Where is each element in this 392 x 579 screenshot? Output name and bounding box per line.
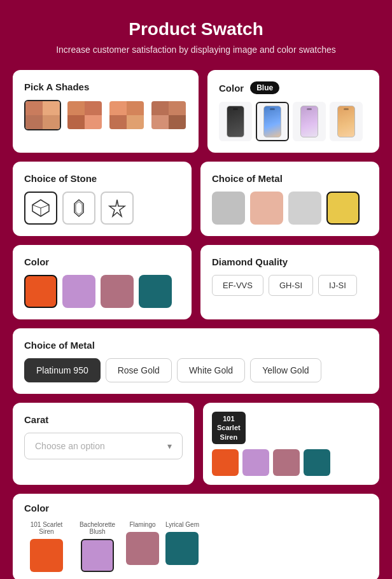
scarlet-badge: 101 Scarlet Siren — [212, 412, 246, 444]
color-phone-header: Color Blue — [219, 81, 368, 94]
metal-swatch-card: Choice of Metal — [200, 162, 379, 236]
metal-color-swatch[interactable] — [326, 192, 360, 225]
scarlet-swatch[interactable] — [273, 449, 300, 476]
color-option-swatch[interactable] — [81, 539, 114, 572]
shades-label: Pick A Shades — [24, 81, 187, 92]
metal-swatch-options — [212, 192, 368, 225]
color-swatch-card: Color — [13, 245, 192, 319]
shade-swatch[interactable] — [108, 100, 145, 130]
color-option-label: Lyrical Gem — [165, 521, 199, 528]
svg-marker-5 — [76, 202, 82, 214]
scarlet-swatches — [212, 449, 370, 476]
shades-card: Pick A Shades — [13, 70, 199, 153]
svg-marker-6 — [109, 200, 125, 216]
color-swatch[interactable] — [62, 275, 95, 308]
row-3: Color Diamond Quality EF-VVSGH-SIIJ-SI — [13, 245, 379, 319]
chevron-down-icon: ▾ — [167, 441, 172, 451]
metal-button[interactable]: Rose Gold — [106, 358, 172, 382]
color-swatch[interactable] — [139, 275, 172, 308]
page-subtitle: Increase customer satisfaction by displa… — [13, 45, 379, 55]
row-5: Carat Choose an option ▾ 101 Scarlet Sir… — [13, 403, 379, 485]
color-option-swatch[interactable] — [165, 532, 199, 565]
row-2: Choice of Stone Choice of Metal — [13, 162, 379, 236]
color-phone-label: Color — [219, 83, 244, 94]
color-bottom-card: Color 101 Scarlet SirenBachelorette Blus… — [13, 494, 379, 579]
metal-button[interactable]: Platinum 950 — [24, 358, 101, 382]
phone-swatch[interactable] — [330, 102, 363, 141]
diamond-quality-option[interactable]: GH-SI — [269, 275, 313, 296]
scarlet-swatch[interactable] — [304, 449, 330, 476]
phone-swatches — [219, 102, 368, 141]
metal-buttons-card: Choice of Metal Platinum 950Rose GoldWhi… — [13, 328, 379, 394]
row-1: Pick A Shades Color Blue — [13, 70, 379, 153]
page-title: Product Swatch — [13, 19, 379, 39]
phone-swatch[interactable] — [256, 102, 289, 141]
diamond-quality-option[interactable]: IJ-SI — [318, 275, 357, 296]
stone-label: Choice of Stone — [24, 173, 180, 184]
diamond-options: EF-VVSGH-SIIJ-SI — [212, 275, 368, 296]
color-option-swatch[interactable] — [126, 532, 159, 565]
scarlet-swatch[interactable] — [212, 449, 239, 476]
diamond-label: Diamond Quality — [212, 256, 368, 267]
shades-grid — [24, 100, 187, 130]
metal-color-swatch[interactable] — [212, 192, 245, 225]
stone-card: Choice of Stone — [13, 162, 192, 236]
scarlet-card: 101 Scarlet Siren — [203, 403, 379, 485]
diamond-quality-option[interactable]: EF-VVS — [212, 275, 263, 296]
diamond-card: Diamond Quality EF-VVSGH-SIIJ-SI — [200, 245, 379, 319]
svg-line-1 — [32, 205, 41, 208]
color-bottom-option[interactable]: Flamingo — [126, 521, 159, 572]
color-phone-card: Color Blue — [207, 70, 379, 153]
color-bottom-option[interactable]: 101 Scarlet Siren — [24, 521, 69, 572]
color-bottom-option[interactable]: Lyrical Gem — [165, 521, 199, 572]
metal-buttons-label: Choice of Metal — [24, 340, 368, 351]
color-bottom-option[interactable]: Bachelorette Blush — [75, 521, 120, 572]
shade-swatch[interactable] — [66, 100, 103, 130]
color-swatch[interactable] — [24, 275, 57, 308]
carat-placeholder: Choose an option — [35, 441, 105, 451]
metal-color-swatch[interactable] — [288, 192, 321, 225]
color-option-label: 101 Scarlet Siren — [24, 521, 69, 535]
carat-label: Carat — [24, 414, 183, 425]
metal-button-row: Platinum 950Rose GoldWhite GoldYellow Go… — [24, 358, 368, 382]
stone-option[interactable] — [62, 192, 95, 225]
metal-button[interactable]: Yellow Gold — [250, 358, 321, 382]
color-swatch-label: Color — [24, 256, 180, 267]
cards-container: Pick A Shades Color Blue Choice of Stone… — [13, 70, 379, 579]
stone-option[interactable] — [24, 192, 57, 225]
phone-swatch[interactable] — [293, 102, 326, 141]
color-bottom-label: Color — [24, 503, 368, 513]
stone-option[interactable] — [101, 192, 134, 225]
svg-line-2 — [41, 205, 49, 208]
color-option-swatch[interactable] — [30, 539, 63, 572]
metal-swatch-label: Choice of Metal — [212, 173, 368, 184]
color-bottom-swatches: 101 Scarlet SirenBachelorette BlushFlami… — [24, 521, 368, 572]
scarlet-swatch[interactable] — [242, 449, 269, 476]
carat-select[interactable]: Choose an option ▾ — [24, 433, 183, 459]
phone-swatch[interactable] — [219, 102, 252, 141]
color-option-label: Flamingo — [129, 521, 155, 528]
color-swatch[interactable] — [101, 275, 134, 308]
color-phone-badge: Blue — [250, 81, 279, 94]
color-swatch-options — [24, 275, 180, 308]
stone-options — [24, 192, 180, 225]
metal-button[interactable]: White Gold — [177, 358, 245, 382]
shade-swatch[interactable] — [150, 100, 187, 130]
carat-card: Carat Choose an option ▾ — [13, 403, 194, 485]
color-option-label: Bachelorette Blush — [75, 521, 120, 535]
metal-color-swatch[interactable] — [250, 192, 283, 225]
shade-swatch[interactable] — [24, 100, 61, 130]
